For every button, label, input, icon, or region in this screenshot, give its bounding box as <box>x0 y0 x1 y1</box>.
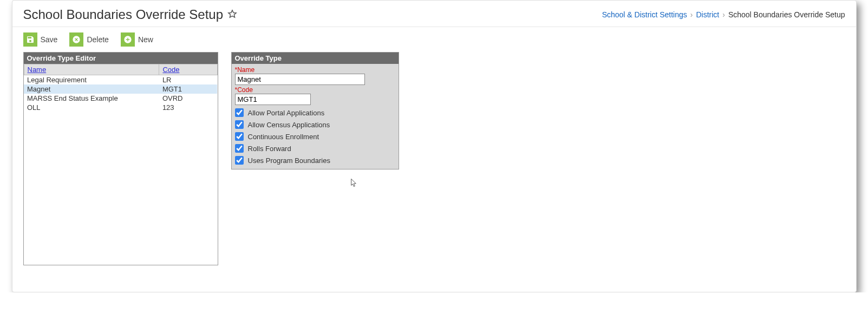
checkbox-row: Allow Census Applications <box>235 120 395 129</box>
save-label: Save <box>41 35 58 44</box>
table-row[interactable]: MagnetMGT1 <box>24 84 217 94</box>
table-header-row: Name Code <box>24 64 217 75</box>
page-title: School Boundaries Override Setup <box>23 7 224 22</box>
cell-name: MARSS End Status Example <box>24 94 159 103</box>
cell-name: Magnet <box>24 84 159 94</box>
cell-code: 123 <box>159 103 217 112</box>
title-group: School Boundaries Override Setup <box>23 7 238 22</box>
editor-table: Name Code Legal RequirementLRMagnetMGT1M… <box>24 64 218 112</box>
delete-label: Delete <box>87 35 108 44</box>
breadcrumb-link-1[interactable]: School & District Settings <box>602 10 687 19</box>
checkbox-row: Allow Portal Applications <box>235 108 395 117</box>
column-header-code[interactable]: Code <box>159 64 217 75</box>
name-field-label: *Name <box>235 66 395 74</box>
new-label: New <box>138 35 153 44</box>
favorite-star-icon[interactable] <box>227 9 237 21</box>
table-row[interactable]: Legal RequirementLR <box>24 75 217 85</box>
cell-code: MGT1 <box>159 84 217 94</box>
toolbar: Save Delete New <box>12 27 856 52</box>
delete-icon <box>69 32 83 47</box>
content: Override Type Editor Name Code Legal Req… <box>12 52 856 276</box>
chevron-right-icon: › <box>722 10 725 19</box>
name-input[interactable] <box>235 74 365 85</box>
code-input[interactable] <box>235 94 311 105</box>
checkbox-row: Uses Program Boundaries <box>235 156 395 165</box>
checkbox-label: Allow Census Applications <box>248 121 330 129</box>
checkbox-label: Continuous Enrollment <box>248 133 319 141</box>
override-type-editor-panel: Override Type Editor Name Code Legal Req… <box>23 52 218 265</box>
cell-code: LR <box>159 75 217 85</box>
checkbox-4[interactable] <box>235 156 244 165</box>
column-header-name[interactable]: Name <box>24 64 159 75</box>
new-icon <box>121 32 135 47</box>
checkbox-3[interactable] <box>235 144 244 153</box>
checkbox-2[interactable] <box>235 132 244 141</box>
cell-name: Legal Requirement <box>24 75 159 85</box>
chevron-right-icon: › <box>690 10 693 19</box>
type-panel-title: Override Type <box>232 53 399 64</box>
editor-grid: Name Code Legal RequirementLRMagnetMGT1M… <box>24 64 218 265</box>
checkbox-label: Uses Program Boundaries <box>248 156 330 165</box>
delete-button[interactable]: Delete <box>69 32 108 47</box>
page: School Boundaries Override Setup School … <box>12 0 857 292</box>
override-type-panel: Override Type *Name *Code Allow Portal A… <box>231 52 399 169</box>
save-button[interactable]: Save <box>23 32 58 47</box>
form-body: *Name *Code Allow Portal ApplicationsAll… <box>232 64 399 169</box>
breadcrumb: School & District Settings › District › … <box>602 10 845 19</box>
new-button[interactable]: New <box>121 32 153 47</box>
checkbox-row: Continuous Enrollment <box>235 132 395 141</box>
editor-panel-title: Override Type Editor <box>24 53 218 64</box>
save-icon <box>23 32 37 47</box>
table-row[interactable]: OLL123 <box>24 103 217 112</box>
table-row[interactable]: MARSS End Status ExampleOVRD <box>24 94 217 103</box>
header: School Boundaries Override Setup School … <box>12 1 856 27</box>
code-field-label: *Code <box>235 86 395 94</box>
breadcrumb-link-2[interactable]: District <box>696 10 719 19</box>
checkbox-label: Allow Portal Applications <box>248 109 325 117</box>
checkbox-0[interactable] <box>235 108 244 117</box>
cell-code: OVRD <box>159 94 217 103</box>
breadcrumb-current: School Boundaries Override Setup <box>728 10 845 19</box>
cell-name: OLL <box>24 103 159 112</box>
checkbox-1[interactable] <box>235 120 244 129</box>
checkbox-label: Rolls Forward <box>248 145 291 153</box>
checkbox-row: Rolls Forward <box>235 144 395 153</box>
